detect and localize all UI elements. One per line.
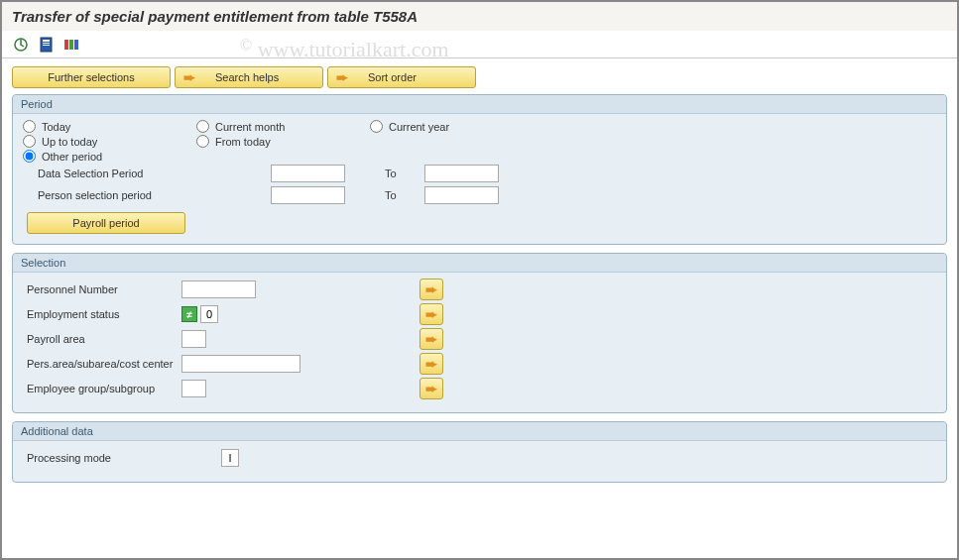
arrow-right-icon: ➨ <box>425 306 437 322</box>
icon-toolbar <box>2 31 957 58</box>
arrow-right-icon: ➨ <box>183 69 195 85</box>
radio-up-to-today[interactable]: Up to today <box>23 135 196 148</box>
period-group: Period Today Current month Current year … <box>12 94 947 245</box>
data-selection-label: Data Selection Period <box>23 168 271 179</box>
data-selection-from-input[interactable] <box>271 165 345 182</box>
multi-select-button[interactable]: ➨ <box>420 303 443 325</box>
radio-today[interactable]: Today <box>23 120 196 133</box>
radio-other-period[interactable]: Other period <box>23 150 196 163</box>
svg-rect-5 <box>64 40 68 50</box>
sort-order-button[interactable]: ➨ Sort order <box>327 66 476 88</box>
color-bars-icon[interactable] <box>63 36 81 54</box>
to-label: To <box>385 189 415 201</box>
multi-select-button[interactable]: ➨ <box>420 328 443 350</box>
employment-status-input[interactable] <box>200 305 218 323</box>
payroll-area-input[interactable] <box>181 330 206 348</box>
to-label: To <box>385 168 415 179</box>
arrow-right-icon: ➨ <box>336 69 348 85</box>
radio-current-month[interactable]: Current month <box>196 120 370 133</box>
person-selection-to-input[interactable] <box>424 186 499 204</box>
multi-select-button[interactable]: ➨ <box>420 279 443 300</box>
further-selections-button[interactable]: Further selections <box>12 66 171 88</box>
selection-group: Selection Personnel Number ➨ Employment … <box>12 253 947 413</box>
radio-from-today[interactable]: From today <box>196 135 370 148</box>
arrow-right-icon: ➨ <box>425 331 437 347</box>
person-selection-label: Person selection period <box>23 189 271 201</box>
search-helps-button[interactable]: ➨ Search helps <box>175 66 323 88</box>
svg-rect-6 <box>69 40 73 50</box>
search-helps-label: Search helps <box>215 71 279 83</box>
pers-area-input[interactable] <box>181 355 300 373</box>
processing-mode-input[interactable] <box>221 449 239 467</box>
radio-current-year[interactable]: Current year <box>370 120 543 133</box>
payroll-period-button[interactable]: Payroll period <box>27 212 185 234</box>
employee-group-input[interactable] <box>181 380 206 397</box>
svg-rect-4 <box>43 45 50 46</box>
personnel-number-input[interactable] <box>181 280 256 298</box>
processing-mode-label: Processing mode <box>23 452 221 464</box>
selection-header: Selection <box>13 254 946 273</box>
multi-select-button[interactable]: ➨ <box>420 353 443 375</box>
arrow-right-icon: ➨ <box>425 281 437 297</box>
not-equal-icon[interactable]: ≠ <box>181 306 197 322</box>
personnel-number-label: Personnel Number <box>23 283 181 295</box>
page-title: Transfer of special payment entitlement … <box>2 2 957 31</box>
pers-area-label: Pers.area/subarea/cost center <box>23 358 181 370</box>
svg-rect-3 <box>43 43 50 44</box>
employee-group-label: Employee group/subgroup <box>23 383 181 394</box>
document-icon[interactable] <box>38 36 56 54</box>
employment-status-label: Employment status <box>23 308 181 320</box>
data-selection-to-input[interactable] <box>424 165 499 182</box>
multi-select-button[interactable]: ➨ <box>420 378 443 399</box>
execute-icon[interactable] <box>12 36 30 54</box>
person-selection-from-input[interactable] <box>271 186 345 204</box>
svg-rect-7 <box>74 40 78 50</box>
svg-rect-2 <box>43 40 50 42</box>
arrow-right-icon: ➨ <box>425 356 437 372</box>
arrow-right-icon: ➨ <box>425 381 437 396</box>
selection-buttons-row: Further selections ➨ Search helps ➨ Sort… <box>12 66 947 88</box>
additional-data-group: Additional data Processing mode <box>12 421 947 483</box>
sort-order-label: Sort order <box>368 71 417 83</box>
period-header: Period <box>13 95 946 114</box>
additional-data-header: Additional data <box>13 422 946 441</box>
payroll-area-label: Payroll area <box>23 333 181 345</box>
